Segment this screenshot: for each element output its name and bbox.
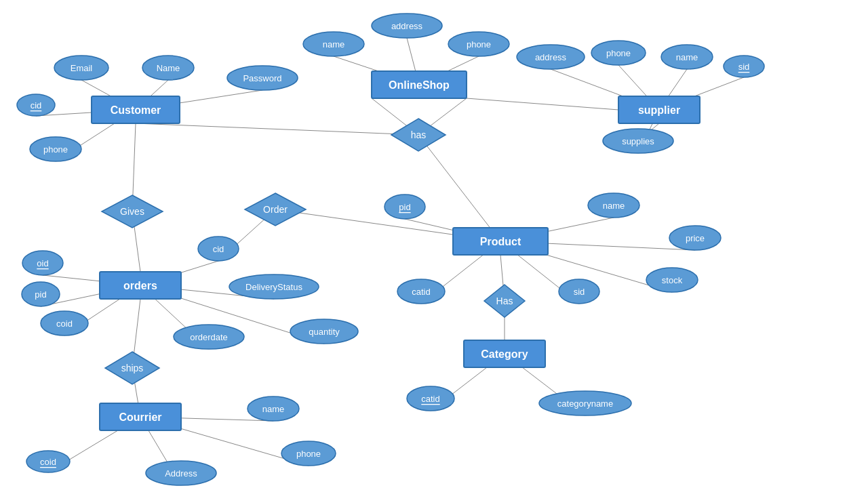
rel-has-label: has: [411, 129, 427, 140]
attr-pid-ord-label: pid: [35, 289, 46, 300]
attr-cid-label: cid: [31, 100, 42, 110]
entity-supplier-label: supplier: [638, 104, 680, 116]
attr-address-os-label: address: [391, 21, 423, 31]
entity-orders-label: orders: [123, 280, 157, 291]
attr-phone-c-label: phone: [43, 144, 68, 155]
attr-sid-prod-label: sid: [574, 287, 585, 297]
entity-onlineshop-label: OnlineShop: [389, 79, 450, 91]
rel-gives-label: Gives: [120, 206, 144, 217]
attr-quantity-label: quantity: [309, 327, 340, 337]
attr-address-sup-label: address: [535, 52, 567, 62]
svg-line-15: [136, 123, 418, 135]
attr-deliverystatus-label: DeliveryStatus: [245, 282, 302, 292]
rel-has-cat-label: Has: [496, 296, 513, 306]
attr-stock-label: stock: [662, 275, 683, 285]
svg-line-45: [467, 98, 618, 110]
attr-catid-prod-label: catid: [412, 287, 430, 297]
attr-name-cour-label: name: [262, 404, 285, 414]
attr-password-label: Password: [243, 73, 281, 83]
attr-name-c-label: Name: [157, 63, 180, 73]
attr-sid-sup-label: sid: [738, 62, 750, 72]
entity-customer-label: Customer: [111, 104, 161, 116]
attr-name-os-label: name: [323, 39, 345, 49]
attr-supplies-label: supplies: [622, 136, 654, 146]
attr-orderdate-label: orderdate: [190, 332, 228, 342]
svg-line-14: [418, 135, 500, 241]
attr-oid-label: oid: [37, 258, 48, 268]
attr-email-label: Email: [71, 63, 93, 73]
attr-pid-label: pid: [399, 202, 410, 212]
attr-cid-ord-label: cid: [213, 244, 224, 254]
er-diagram: Customer OnlineShop supplier Product ord…: [0, 0, 868, 488]
attr-price-label: price: [686, 233, 705, 243]
attr-categoryname-label: categoryname: [557, 399, 613, 409]
attr-coid-c-label: coid: [40, 457, 56, 467]
entity-courrier-label: Courrier: [119, 411, 161, 423]
entity-category-label: Category: [481, 348, 528, 360]
attr-name-prod-label: name: [603, 201, 625, 211]
entity-product-label: Product: [480, 236, 521, 247]
rel-order-label: Order: [263, 204, 288, 215]
attr-name-sup-label: name: [676, 52, 698, 62]
attr-coid-ord-label: coid: [56, 319, 73, 329]
attr-phone-os-label: phone: [467, 39, 491, 49]
attr-phone-sup-label: phone: [606, 48, 631, 58]
attr-catid-cat-label: catid: [421, 394, 439, 404]
attr-address-cour-label: Address: [165, 468, 197, 479]
attr-phone-cour-label: phone: [296, 449, 321, 459]
rel-ships-label: ships: [121, 363, 144, 373]
